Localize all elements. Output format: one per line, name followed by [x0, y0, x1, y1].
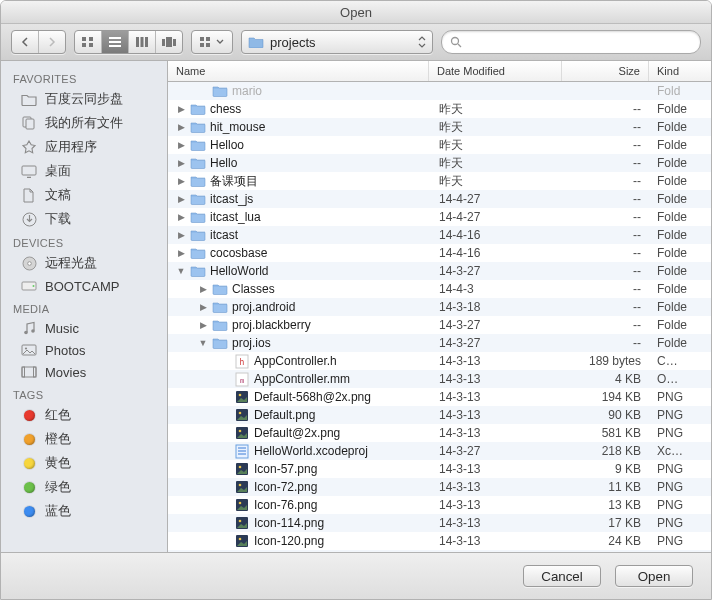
disclosure-triangle[interactable]: ▶: [176, 212, 186, 222]
file-date: 14-3-13: [431, 408, 563, 422]
cancel-button[interactable]: Cancel: [523, 565, 601, 587]
forward-button[interactable]: [39, 31, 65, 53]
table-row[interactable]: Icon_144.png14-3-1326 KBPNG: [168, 550, 711, 552]
file-size: --: [563, 336, 649, 350]
list-view-button[interactable]: [102, 31, 129, 53]
disclosure-triangle[interactable]: ▶: [176, 122, 186, 132]
open-button[interactable]: Open: [615, 565, 693, 587]
column-size[interactable]: Size: [562, 61, 649, 81]
svg-rect-16: [206, 43, 210, 47]
tag-dot: [21, 407, 37, 423]
all-files-icon: [21, 115, 37, 131]
back-button[interactable]: [12, 31, 39, 53]
table-row[interactable]: Icon-114.png14-3-1317 KBPNG: [168, 514, 711, 532]
table-row[interactable]: Icon-57.png14-3-139 KBPNG: [168, 460, 711, 478]
file-name: 备课项目: [210, 173, 258, 190]
sidebar[interactable]: FAVORITES百度云同步盘我的所有文件应用程序桌面文稿下载DEVICES远程…: [1, 61, 168, 552]
disclosure-triangle[interactable]: ▶: [176, 104, 186, 114]
disclosure-triangle[interactable]: ▶: [176, 248, 186, 258]
sidebar-item[interactable]: 下载: [1, 207, 167, 231]
sidebar-item[interactable]: 绿色: [1, 475, 167, 499]
file-name: Classes: [232, 282, 275, 296]
table-row[interactable]: Icon-120.png14-3-1324 KBPNG: [168, 532, 711, 550]
table-row[interactable]: ▼HelloWorld14-3-27--Folde: [168, 262, 711, 280]
sidebar-item[interactable]: 我的所有文件: [1, 111, 167, 135]
table-row[interactable]: ▶Classes14-4-3--Folde: [168, 280, 711, 298]
svg-rect-10: [162, 39, 165, 46]
folder-icon: [190, 173, 206, 189]
table-row[interactable]: ▼proj.ios14-3-27--Folde: [168, 334, 711, 352]
sidebar-item[interactable]: 文稿: [1, 183, 167, 207]
disclosure-triangle[interactable]: ▶: [198, 320, 208, 330]
table-row[interactable]: ▶Helloo昨天--Folde: [168, 136, 711, 154]
sidebar-item[interactable]: Photos: [1, 339, 167, 361]
path-dropdown[interactable]: projects: [241, 30, 433, 54]
disclosure-triangle[interactable]: ▶: [198, 302, 208, 312]
table-row[interactable]: Default-568h@2x.png14-3-13194 KBPNG: [168, 388, 711, 406]
sidebar-item[interactable]: 远程光盘: [1, 251, 167, 275]
table-row[interactable]: ▶cocosbase14-4-16--Folde: [168, 244, 711, 262]
sidebar-item[interactable]: BOOTCAMP: [1, 275, 167, 297]
coverflow-icon: [162, 37, 176, 47]
arrange-button[interactable]: [192, 31, 232, 53]
table-row[interactable]: Default@2x.png14-3-13581 KBPNG: [168, 424, 711, 442]
sidebar-item[interactable]: 桌面: [1, 159, 167, 183]
folder-icon: [248, 34, 264, 50]
table-row[interactable]: Icon-72.png14-3-1311 KBPNG: [168, 478, 711, 496]
column-name[interactable]: Name: [168, 61, 429, 81]
png-icon: [234, 407, 250, 423]
sidebar-item[interactable]: 蓝色: [1, 499, 167, 523]
table-row[interactable]: marioFold: [168, 82, 711, 100]
table-row[interactable]: HelloWorld.xcodeproj14-3-27218 KBXc…: [168, 442, 711, 460]
table-row[interactable]: ▶itcast14-4-16--Folde: [168, 226, 711, 244]
table-row[interactable]: Icon-76.png14-3-1313 KBPNG: [168, 496, 711, 514]
disclosure-triangle[interactable]: ▼: [176, 266, 186, 276]
table-row[interactable]: ▶proj.blackberry14-3-27--Folde: [168, 316, 711, 334]
coverflow-view-button[interactable]: [156, 31, 182, 53]
toolbar: projects: [1, 24, 711, 61]
table-row[interactable]: mAppController.mm14-3-134 KBO…: [168, 370, 711, 388]
column-date[interactable]: Date Modified: [429, 61, 562, 81]
table-row[interactable]: ▶hit_mouse昨天--Folde: [168, 118, 711, 136]
disclosure-triangle[interactable]: ▶: [176, 176, 186, 186]
file-kind: Folde: [649, 300, 711, 314]
file-name: chess: [210, 102, 241, 116]
table-row[interactable]: ▶itcast_lua14-4-27--Folde: [168, 208, 711, 226]
file-date: 14-3-13: [431, 390, 563, 404]
file-kind: Folde: [649, 102, 711, 116]
table-row[interactable]: ▶chess昨天--Folde: [168, 100, 711, 118]
table-row[interactable]: hAppController.h14-3-13189 bytesC…: [168, 352, 711, 370]
search-field[interactable]: [441, 30, 701, 54]
disclosure-triangle[interactable]: ▶: [176, 158, 186, 168]
sidebar-item[interactable]: Movies: [1, 361, 167, 383]
svg-point-47: [239, 466, 242, 469]
svg-rect-14: [206, 37, 210, 41]
file-date: 14-3-13: [431, 516, 563, 530]
sidebar-item[interactable]: 应用程序: [1, 135, 167, 159]
column-kind[interactable]: Kind: [649, 61, 711, 81]
table-row[interactable]: ▶备课项目昨天--Folde: [168, 172, 711, 190]
table-row[interactable]: ▶proj.android14-3-18--Folde: [168, 298, 711, 316]
disclosure-triangle[interactable]: ▶: [176, 194, 186, 204]
sidebar-item[interactable]: 百度云同步盘: [1, 87, 167, 111]
column-view-button[interactable]: [129, 31, 156, 53]
disclosure-triangle[interactable]: ▶: [198, 284, 208, 294]
icon-view-button[interactable]: [75, 31, 102, 53]
sidebar-item[interactable]: Music: [1, 317, 167, 339]
disclosure-triangle[interactable]: ▼: [198, 338, 208, 348]
file-name: Hello: [210, 156, 237, 170]
sidebar-item[interactable]: 红色: [1, 403, 167, 427]
search-input[interactable]: [468, 34, 692, 51]
disclosure-triangle[interactable]: ▶: [176, 230, 186, 240]
file-kind: Folde: [649, 120, 711, 134]
table-row[interactable]: ▶Hello昨天--Folde: [168, 154, 711, 172]
file-list[interactable]: lookingFoldmarioFold▶chess昨天--Folde▶hit_…: [168, 82, 711, 552]
svg-point-55: [239, 538, 242, 541]
file-kind: Folde: [649, 156, 711, 170]
svg-point-49: [239, 484, 242, 487]
table-row[interactable]: ▶itcast_js14-4-27--Folde: [168, 190, 711, 208]
sidebar-item[interactable]: 橙色: [1, 427, 167, 451]
disclosure-triangle[interactable]: ▶: [176, 140, 186, 150]
sidebar-item[interactable]: 黄色: [1, 451, 167, 475]
table-row[interactable]: Default.png14-3-1390 KBPNG: [168, 406, 711, 424]
